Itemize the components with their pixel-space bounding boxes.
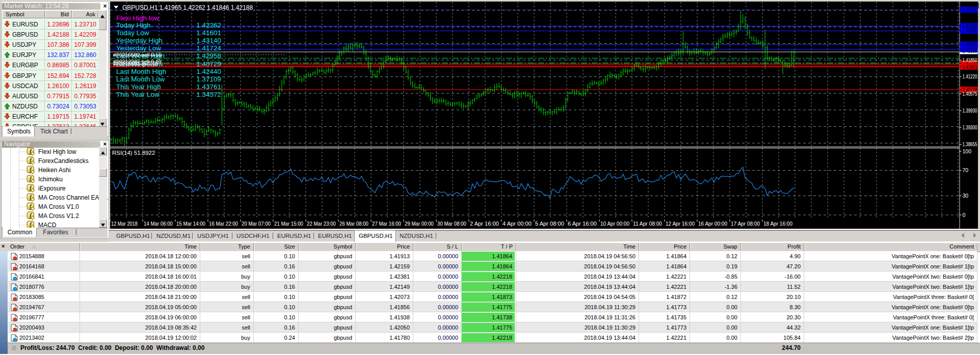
svg-text:5 Apr 08:00: 5 Apr 08:00 bbox=[535, 221, 564, 227]
svg-text:1.41220: 1.41220 bbox=[963, 73, 977, 79]
svg-text:14 Mar 06:00: 14 Mar 06:00 bbox=[144, 221, 173, 227]
svg-text:#20216582 sell 0.16: #20216582 sell 0.16 bbox=[113, 52, 162, 58]
svg-text:Last Month High: Last Month High bbox=[116, 68, 166, 75]
svg-text:1.42262: 1.42262 bbox=[196, 21, 221, 29]
svg-text:Yesterday Low: Yesterday Low bbox=[116, 44, 161, 52]
svg-text:6 Apr 16:00: 6 Apr 16:00 bbox=[568, 221, 597, 227]
svg-text:1.41724: 1.41724 bbox=[196, 44, 221, 52]
svg-text:100: 100 bbox=[963, 148, 972, 154]
svg-text:2 Apr 16:00: 2 Apr 16:00 bbox=[470, 221, 499, 227]
svg-text:1.38655: 1.38655 bbox=[963, 141, 977, 147]
svg-text:30: 30 bbox=[963, 193, 969, 199]
svg-text:10 Apr 00:00: 10 Apr 00:00 bbox=[600, 221, 629, 227]
svg-text:21 Mar 15:00: 21 Mar 15:00 bbox=[274, 221, 303, 227]
svg-text:1.37109: 1.37109 bbox=[196, 75, 221, 83]
svg-text:30 Mar 08:00: 30 Mar 08:00 bbox=[437, 221, 466, 227]
svg-text:17 Apr 08:00: 17 Apr 08:00 bbox=[731, 221, 760, 227]
svg-text:1.41601: 1.41601 bbox=[963, 64, 977, 70]
svg-text:1.34572: 1.34572 bbox=[196, 91, 221, 98]
svg-text:1.42958: 1.42958 bbox=[963, 28, 977, 34]
svg-text:1.39930: 1.39930 bbox=[963, 107, 977, 114]
svg-text:22 Mar 23:00: 22 Mar 23:00 bbox=[307, 221, 336, 227]
svg-text:Today Low: Today Low bbox=[116, 29, 149, 37]
svg-text:16 Mar 22:00: 16 Mar 22:00 bbox=[209, 221, 238, 227]
svg-text:26 Mar 08:00: 26 Mar 08:00 bbox=[339, 221, 368, 227]
svg-text:12 Apr 16:00: 12 Apr 16:00 bbox=[666, 221, 695, 227]
svg-text:1.39300: 1.39300 bbox=[963, 124, 977, 130]
svg-text:70: 70 bbox=[963, 167, 969, 173]
svg-text:11 Apr 08:00: 11 Apr 08:00 bbox=[633, 221, 662, 227]
svg-text:1.43761: 1.43761 bbox=[963, 7, 977, 13]
svg-text:Today High: Today High bbox=[116, 21, 151, 29]
svg-text:1.40729: 1.40729 bbox=[196, 60, 221, 68]
svg-text:16 Apr 00:00: 16 Apr 00:00 bbox=[698, 221, 727, 227]
svg-text:1.43761: 1.43761 bbox=[196, 83, 221, 91]
svg-text:1.41850: 1.41850 bbox=[963, 57, 977, 63]
svg-text:This Year Low: This Year Low bbox=[116, 91, 160, 98]
svg-text:1.40575: 1.40575 bbox=[963, 91, 977, 97]
svg-text:12 Mar 2018: 12 Mar 2018 bbox=[111, 221, 138, 227]
svg-text:Flexi High low: Flexi High low bbox=[116, 14, 159, 22]
svg-text:18 Apr 16:00: 18 Apr 16:00 bbox=[763, 221, 792, 227]
svg-text:GBPUSD,H1 1.41965 1.42262 1.4: GBPUSD,H1 1.41965 1.42262 1.41846 1.4218… bbox=[122, 4, 253, 11]
svg-text:1.42262: 1.42262 bbox=[963, 46, 977, 52]
svg-text:This Year High: This Year High bbox=[116, 83, 161, 91]
svg-text:1.42958: 1.42958 bbox=[196, 52, 221, 60]
svg-text:Yesterday High: Yesterday High bbox=[116, 37, 163, 44]
svg-text:29 Mar 00:00: 29 Mar 00:00 bbox=[405, 221, 434, 227]
svg-text:#20218593 tp 0.10: #20218593 tp 0.10 bbox=[113, 61, 158, 67]
svg-text:15 Mar 14:00: 15 Mar 14:00 bbox=[176, 221, 205, 227]
svg-text:27 Mar 16:00: 27 Mar 16:00 bbox=[372, 221, 401, 227]
svg-text:4 Apr 00:00: 4 Apr 00:00 bbox=[502, 221, 532, 227]
svg-text:20 Mar 07:00: 20 Mar 07:00 bbox=[242, 221, 271, 227]
svg-text:0: 0 bbox=[963, 212, 966, 218]
svg-text:1.43140: 1.43140 bbox=[196, 37, 221, 44]
svg-text:1.41601: 1.41601 bbox=[196, 29, 221, 37]
svg-text:RSI(14) 51.8922: RSI(14) 51.8922 bbox=[112, 150, 155, 156]
svg-text:1.42440: 1.42440 bbox=[196, 68, 221, 75]
svg-text:Last Month Low: Last Month Low bbox=[116, 75, 165, 83]
